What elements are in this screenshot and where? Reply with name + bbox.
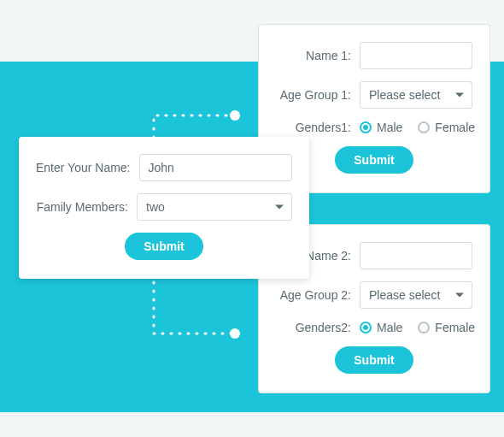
- age-group-1-select[interactable]: Please select: [360, 81, 472, 109]
- gender-1-male-label: Male: [377, 121, 402, 134]
- name-input[interactable]: [139, 154, 292, 181]
- radio-checked-icon: [360, 322, 372, 334]
- age-group-1-label: Age Group 1:: [276, 88, 360, 102]
- name-1-label: Name 1:: [276, 49, 360, 62]
- submit-button[interactable]: Submit: [125, 233, 202, 260]
- family-members-select[interactable]: two: [137, 193, 292, 221]
- gender-1-female-label: Female: [435, 121, 475, 134]
- name-2-input[interactable]: [360, 242, 472, 269]
- connector-node: [230, 110, 240, 121]
- name-label: Enter Your Name:: [36, 161, 139, 174]
- radio-unchecked-icon: [418, 121, 430, 133]
- submit-button-2[interactable]: Submit: [335, 346, 413, 374]
- submit-button-1[interactable]: Submit: [335, 146, 413, 174]
- gender-2-female-label: Female: [435, 321, 475, 334]
- connector-node: [230, 328, 240, 339]
- gender-1-female-radio[interactable]: Female: [418, 121, 475, 134]
- radio-unchecked-icon: [418, 322, 430, 334]
- gender-2-female-radio[interactable]: Female: [418, 321, 475, 334]
- family-members-label: Family Members:: [36, 200, 137, 214]
- gender-1-male-radio[interactable]: Male: [360, 121, 402, 134]
- age-group-2-select[interactable]: Please select: [360, 281, 472, 309]
- gender-2-male-label: Male: [377, 321, 402, 334]
- name-1-input[interactable]: [360, 42, 472, 69]
- gender-2-male-radio[interactable]: Male: [360, 321, 402, 334]
- genders-1-label: Genders1:: [276, 121, 360, 134]
- radio-checked-icon: [360, 121, 372, 133]
- age-group-2-label: Age Group 2:: [276, 288, 360, 302]
- main-form-card: Enter Your Name: Family Members: two Sub…: [19, 137, 309, 279]
- genders-2-label: Genders2:: [276, 321, 360, 334]
